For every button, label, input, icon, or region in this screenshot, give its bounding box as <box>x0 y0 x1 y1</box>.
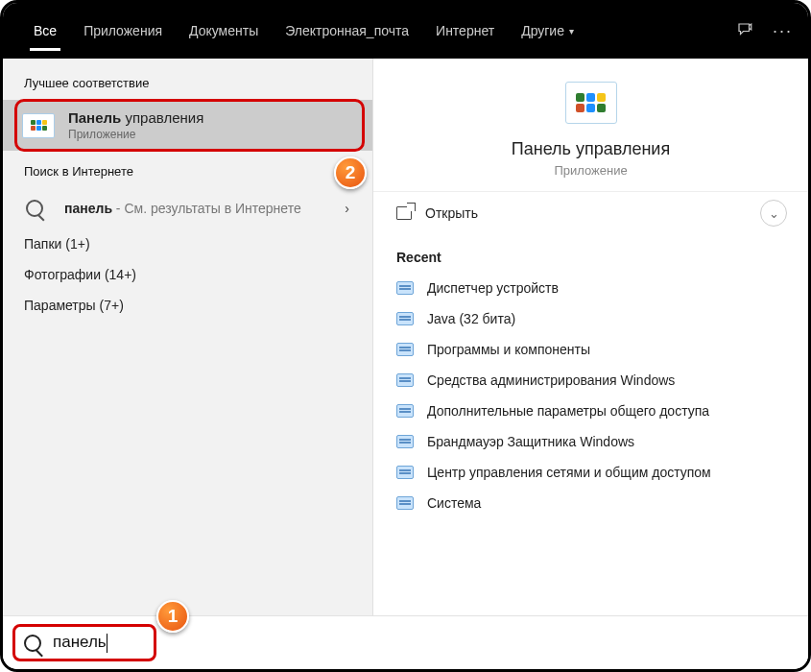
feedback-icon[interactable] <box>736 21 753 41</box>
applet-icon <box>396 343 414 356</box>
recent-item[interactable]: Брандмауэр Защитника Windows <box>396 426 785 457</box>
applet-icon <box>396 404 414 418</box>
applet-icon <box>396 435 414 448</box>
web-search-result[interactable]: панель - См. результаты в Интернете › <box>3 188 372 228</box>
tab-email[interactable]: Электронная_почта <box>272 3 422 59</box>
web-search-header: Поиск в Интернете <box>3 156 372 188</box>
applet-icon <box>396 466 414 479</box>
best-match-result[interactable]: Панель управления Приложение <box>3 100 372 151</box>
recent-item[interactable]: Дополнительные параметры общего доступа <box>396 396 785 426</box>
results-list: Лучшее соответствие Панель управления Пр… <box>3 59 372 615</box>
search-filter-tabs: Все Приложения Документы Электронная_поч… <box>3 3 808 59</box>
recent-item[interactable]: Средства администрирования Windows <box>396 365 785 396</box>
search-icon <box>24 635 41 652</box>
window-frame: Все Приложения Документы Электронная_поч… <box>0 0 811 672</box>
chevron-right-icon: › <box>345 201 349 216</box>
search-bar[interactable]: панель <box>3 615 808 669</box>
annotation-badge-1: 1 <box>156 600 189 633</box>
preview-title: Панель управления <box>373 139 808 159</box>
best-match-header: Лучшее соответствие <box>3 68 372 100</box>
settings-category[interactable]: Параметры (7+) <box>3 290 372 321</box>
applet-icon <box>396 496 414 510</box>
recent-section: Recent Диспетчер устройств Java (32 бита… <box>373 234 808 518</box>
tab-more[interactable]: Другие▾ <box>508 3 587 59</box>
recent-item[interactable]: Система <box>396 488 785 518</box>
applet-icon <box>396 281 414 295</box>
options-button[interactable]: ··· <box>773 21 793 41</box>
expand-button[interactable]: ⌄ <box>760 200 787 227</box>
recent-header: Recent <box>396 250 785 265</box>
photos-category[interactable]: Фотографии (14+) <box>3 259 372 290</box>
recent-item[interactable]: Программы и компоненты <box>396 334 785 365</box>
tab-all[interactable]: Все <box>20 3 70 59</box>
recent-item[interactable]: Центр управления сетями и общим доступом <box>396 457 785 488</box>
tab-internet[interactable]: Интернет <box>422 3 508 59</box>
best-match-text: Панель управления Приложение <box>68 109 203 141</box>
recent-item[interactable]: Java (32 бита) <box>396 303 785 334</box>
results-area: Лучшее соответствие Панель управления Пр… <box>3 59 808 615</box>
applet-icon <box>396 312 414 325</box>
search-input[interactable]: панель <box>53 633 245 653</box>
preview-control-panel-icon <box>565 82 617 124</box>
control-panel-icon <box>22 113 55 138</box>
annotation-badge-2: 2 <box>334 156 367 189</box>
folders-category[interactable]: Папки (1+) <box>3 228 372 259</box>
applet-icon <box>396 373 414 387</box>
recent-item[interactable]: Диспетчер устройств <box>396 273 785 303</box>
chevron-down-icon: ▾ <box>569 26 574 36</box>
tab-documents[interactable]: Документы <box>176 3 272 59</box>
tab-apps[interactable]: Приложения <box>70 3 176 59</box>
open-action[interactable]: Открыть ⌄ <box>373 192 808 234</box>
search-icon <box>26 200 43 217</box>
open-icon <box>396 206 412 220</box>
preview-subtitle: Приложение <box>373 163 808 178</box>
preview-pane: Панель управления Приложение Открыть ⌄ R… <box>372 59 808 615</box>
